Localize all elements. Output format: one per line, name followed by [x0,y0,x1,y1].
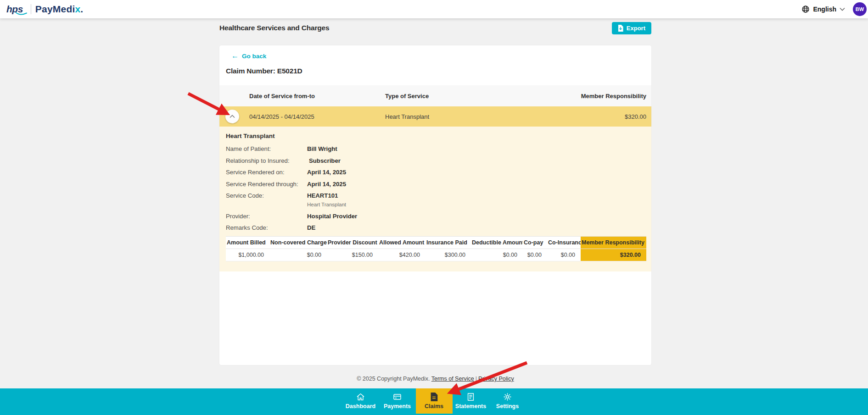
language-label: English [813,6,836,13]
field-label: Remarks Code: [226,224,307,232]
amounts-header: Deductible Amount [471,237,523,249]
page-head: Healthcare Services and Charges Export [219,18,651,38]
field-label: Relationship to Insured: [226,157,307,165]
wordmark-x: x [75,4,80,14]
amounts-value: $0.00 [269,249,327,261]
amounts-header: Provider Discount [327,237,378,249]
field-label: Service Rendered on: [226,169,307,176]
globe-icon [801,5,810,13]
paymedix-wordmark: PayMedix. [35,4,84,15]
hps-logo: hps [6,4,27,15]
service-detail-panel: Heart Transplant Name of Patient: Bill W… [219,127,651,271]
topbar-right: English BW [801,2,867,16]
go-back-link[interactable]: ← Go back [231,52,266,60]
export-file-icon [618,25,623,32]
footer-separator: | [476,376,477,382]
column-header-date: Date of Service from-to [249,93,385,100]
amounts-header: Co-pay [523,237,547,249]
top-bar: hps PayMedix. English BW [0,0,868,18]
field-value: April 14, 2025 [307,169,346,176]
field-label: Service Rendered through: [226,181,307,188]
amounts-value: $150.00 [327,249,378,261]
export-button[interactable]: Export [612,22,651,34]
detail-field-remarks: Remarks Code: DE [226,224,645,232]
field-value: DE [307,224,315,232]
amounts-header-row: Amount Billed Non-covered Charges Provid… [226,237,646,249]
logo-divider [31,4,31,14]
nav-label: Claims [425,403,443,409]
detail-title: Heart Transplant [226,133,645,139]
copyright-text: © 2025 Copyright PayMedix. [357,376,430,382]
amounts-header: Allowed Amount [378,237,426,249]
statements-icon [466,393,475,401]
gear-icon [503,393,512,401]
service-code-value: HEART101 [307,192,346,199]
field-value: HEART101 Heart Transplant [307,192,346,208]
amounts-header: Insurance Paid [426,237,471,249]
field-label: Name of Patient: [226,145,307,153]
amounts-value: $0.00 [547,249,581,261]
nav-label: Settings [496,403,519,409]
language-selector[interactable]: English [801,5,845,13]
amounts-value: $0.00 [523,249,547,261]
amounts-header: Amount Billed [226,237,269,249]
claims-document-icon [430,393,438,401]
service-row[interactable]: 04/14/2025 - 04/14/2025 Heart Transplant… [219,106,651,127]
detail-field-relationship: Relationship to Insured: Subscriber [226,157,645,165]
page-title: Healthcare Services and Charges [219,24,329,32]
nav-label: Payments [384,403,411,409]
chevron-down-icon [840,7,845,11]
amounts-table: Amount Billed Non-covered Charges Provid… [226,236,646,261]
credit-card-icon [393,393,402,401]
field-value: Subscriber [307,157,341,165]
amounts-header-member-responsibility: Member Responsibility [581,237,646,249]
bottom-nav-bar: Dashboard Payments Claims Statements [0,388,868,415]
nav-label: Statements [455,403,486,409]
detail-field-rendered-on: Service Rendered on: April 14, 2025 [226,169,645,176]
amounts-value: $420.00 [378,249,426,261]
wordmark-dot: . [80,4,83,14]
nav-item-dashboard[interactable]: Dashboard [342,388,379,414]
column-header-type: Type of Service [385,93,554,100]
column-header-member-responsibility: Member Responsibility [554,93,646,100]
amounts-header: Non-covered Charges [269,237,327,249]
detail-field-provider: Provider: Hospital Provider [226,213,645,220]
home-icon [356,393,365,401]
claim-number-heading: Claim Number: E5021D [226,67,302,75]
amounts-value: $300.00 [426,249,471,261]
nav-item-settings[interactable]: Settings [489,388,526,414]
collapse-row-button[interactable] [225,110,239,123]
nav-item-payments[interactable]: Payments [379,388,416,414]
bottom-nav-items: Dashboard Payments Claims Statements [342,388,526,414]
services-table-header: Date of Service from-to Type of Service … [219,85,651,106]
service-row-amount: $320.00 [554,113,646,120]
wordmark-main: PayMedi [35,4,75,14]
avatar[interactable]: BW [853,2,867,16]
detail-field-rendered-through: Service Rendered through: April 14, 2025 [226,181,645,188]
terms-of-service-link[interactable]: Terms of Service [431,376,474,382]
nav-item-statements[interactable]: Statements [453,388,489,414]
claim-card: ← Go back Claim Number: E5021D Date of S… [219,45,651,365]
field-label: Provider: [226,213,307,220]
field-label: Service Code: [226,192,307,208]
amounts-value-row: $1,000.00 $0.00 $150.00 $420.00 $300.00 … [226,249,646,261]
nav-label: Dashboard [346,403,375,409]
back-arrow-icon: ← [231,52,239,60]
app-root: hps PayMedix. English BW [0,0,868,415]
service-row-date: 04/14/2025 - 04/14/2025 [249,113,385,120]
privacy-policy-link[interactable]: Privacy Policy [478,376,514,382]
nav-item-claims[interactable]: Claims [416,388,453,414]
field-value: April 14, 2025 [307,181,346,188]
footer: © 2025 Copyright PayMedix. Terms of Serv… [219,376,651,382]
field-value: Bill Wright [307,145,337,153]
detail-field-patient: Name of Patient: Bill Wright [226,145,645,153]
service-row-type: Heart Transplant [385,113,554,120]
paymedix-logo: hps PayMedix. [6,4,83,15]
service-code-description: Heart Transplant [307,201,346,208]
detail-field-service-code: Service Code: HEART101 Heart Transplant [226,192,645,208]
amounts-header: Co-Insurance [547,237,581,249]
export-button-label: Export [627,25,645,32]
amounts-value: $1,000.00 [226,249,269,261]
annotation-arrow-chevron [188,94,220,110]
amounts-value-member-responsibility: $320.00 [581,249,646,261]
